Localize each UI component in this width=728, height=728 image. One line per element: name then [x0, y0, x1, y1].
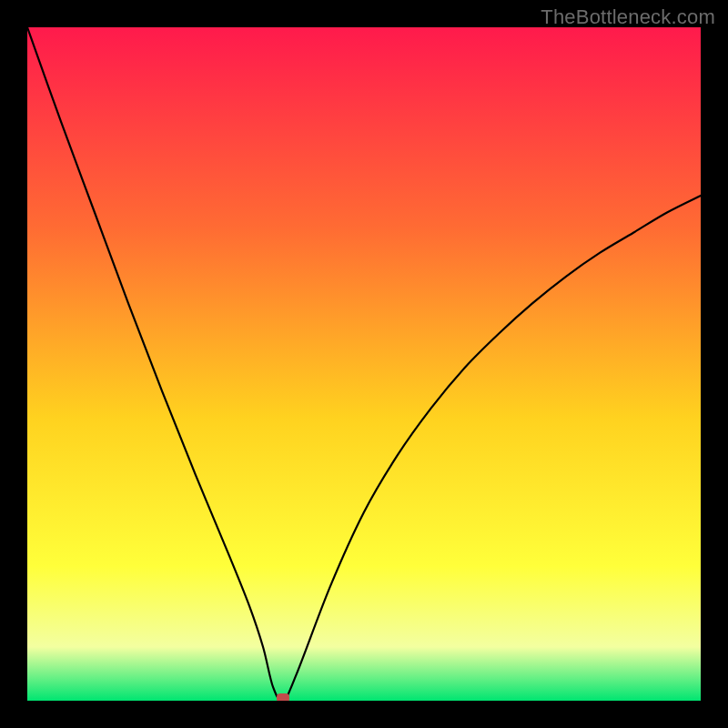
gradient-background: [27, 27, 701, 701]
bottleneck-chart-svg: [27, 27, 701, 701]
chart-frame: TheBottleneck.com: [0, 0, 728, 728]
watermark-text: TheBottleneck.com: [541, 5, 715, 29]
plot-area: [27, 27, 701, 701]
minimum-point-marker: [277, 693, 289, 701]
